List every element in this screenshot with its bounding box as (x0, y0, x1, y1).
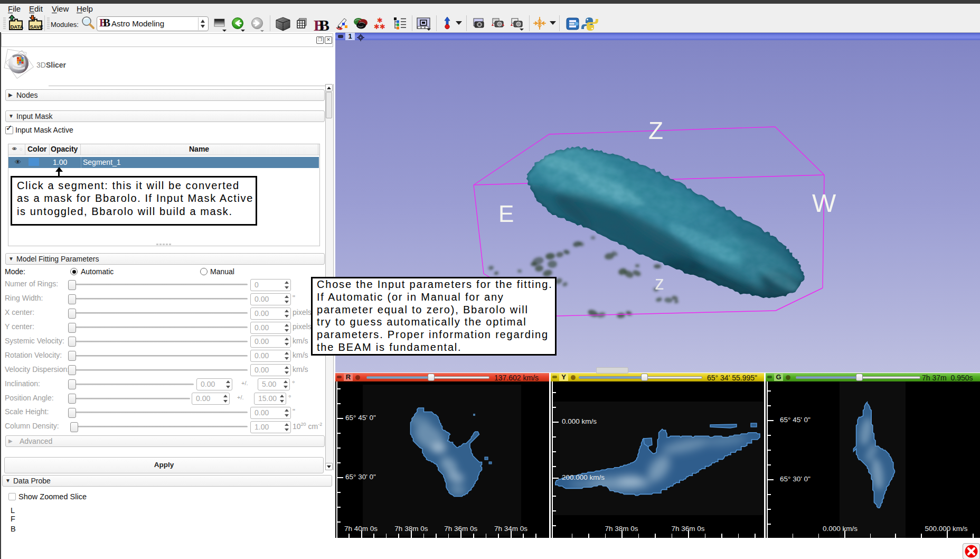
svg-text:B: B (103, 16, 110, 29)
svg-text:DATA: DATA (11, 24, 24, 30)
svg-text:E: E (498, 201, 514, 227)
svg-text:B: B (319, 16, 329, 32)
svg-text:z: z (655, 272, 664, 294)
svg-text:SAVE: SAVE (30, 24, 43, 30)
svg-text:Z: Z (648, 117, 663, 144)
svg-text:W: W (812, 189, 836, 217)
svg-text:✱: ✱ (380, 23, 385, 31)
svg-text:✱: ✱ (374, 23, 380, 31)
